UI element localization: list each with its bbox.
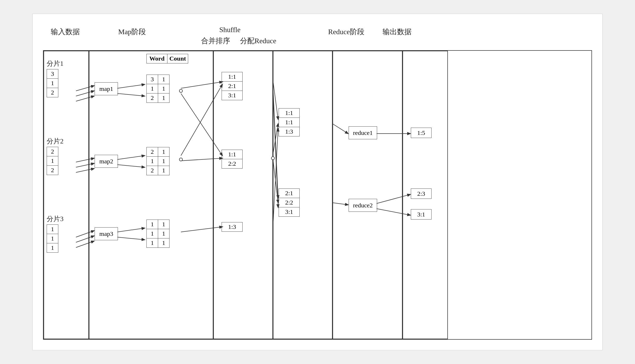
partition-1-label: 分片1	[47, 59, 64, 68]
m2r2c1: 1	[147, 157, 158, 166]
partition-1: 分片1 3 1 2	[47, 59, 64, 97]
reduce1-node: reduce1	[349, 126, 377, 139]
ri2r2: 2:2	[279, 198, 300, 207]
ri1r3: 1:3	[279, 127, 300, 136]
m3r2c2: 1	[158, 229, 170, 238]
header-row: 输入数据 Map阶段 Shuffle 合并排序 分配Reduce Reduce阶…	[43, 24, 592, 45]
p1-r3: 2	[47, 88, 58, 97]
s2r1: 1:1	[222, 150, 243, 159]
header-shuffle: Shuffle	[219, 26, 241, 34]
m2r2c2: 1	[158, 157, 170, 166]
ri2-table: 2:1 2:2 3:1	[279, 188, 300, 217]
wc-header-count: Count	[167, 54, 188, 63]
p3-r1: 1	[47, 225, 58, 234]
shuffle-out-1: 1:1 2:1 3:1	[222, 72, 243, 100]
p2-r1: 2	[47, 147, 58, 156]
ri1r2: 1:1	[279, 118, 300, 127]
ri1-table: 1:1 1:1 1:3	[279, 108, 300, 136]
shuffle-out-3: 1:3	[222, 222, 243, 232]
wc-header-word: Word	[147, 54, 167, 63]
col-shuffle-right: 1:1 1:1 1:3 2:1 2:2 3:1	[273, 51, 333, 339]
header-assign: 分配Reduce	[240, 36, 276, 46]
shuffle-2-table: 1:1 2:2	[222, 150, 243, 169]
p3-r3: 1	[47, 243, 58, 253]
reduce2-node: reduce2	[349, 199, 377, 212]
m3r1c2: 1	[158, 220, 170, 229]
m1r1c1: 3	[147, 75, 158, 84]
map3-node: map3	[95, 227, 118, 240]
m1r3c1: 2	[147, 93, 158, 103]
m2r1c1: 2	[147, 147, 158, 157]
output-3: 3:1	[411, 209, 432, 220]
wordcount-table-container: Word Count	[146, 54, 188, 63]
partition-2: 分片2 2 1 2	[47, 137, 64, 175]
p2-r3: 2	[47, 166, 58, 175]
map1-node: map1	[95, 82, 118, 95]
s1r3: 3:1	[222, 91, 243, 100]
col-reduce: reduce1 reduce2	[333, 51, 403, 339]
shuffle-out-2: 1:1 2:2	[222, 150, 243, 169]
map1-output: 31 11 21	[146, 75, 170, 103]
ri1r1: 1:1	[279, 108, 300, 118]
partition-3-label: 分片3	[47, 214, 64, 223]
diagram-box: 分片1 3 1 2 分片2 2 1 2	[43, 50, 592, 340]
col-output: 1:5 2:3 3:1	[403, 51, 448, 339]
p2-r2: 1	[47, 156, 58, 166]
m1r2c1: 1	[147, 84, 158, 93]
p3-r2: 1	[47, 234, 58, 243]
main-container: 输入数据 Map阶段 Shuffle 合并排序 分配Reduce Reduce阶…	[32, 14, 603, 350]
map3-output: 11 11 11	[146, 220, 170, 248]
output-1: 1:5	[411, 128, 432, 138]
ri2r1: 2:1	[279, 189, 300, 198]
map1-table: 31 11 21	[146, 75, 170, 103]
shuffle-3-table: 1:3	[222, 222, 243, 232]
m1r2c2: 1	[158, 84, 170, 93]
partition-1-table: 3 1 2	[47, 69, 58, 97]
s2r2: 2:2	[222, 159, 243, 169]
output-2: 2:3	[411, 188, 432, 199]
col-map: Word Count map1 31 11 21 map2	[89, 51, 213, 339]
m2r3c1: 2	[147, 166, 158, 175]
m3r1c1: 1	[147, 220, 158, 229]
partition-2-label: 分片2	[47, 137, 64, 146]
shuffle-1-table: 1:1 2:1 3:1	[222, 72, 243, 100]
partition-3: 分片3 1 1 1	[47, 214, 64, 253]
s1r2: 2:1	[222, 82, 243, 91]
header-reduce: Reduce阶段	[328, 27, 364, 37]
ri2r3: 3:1	[279, 207, 300, 217]
map2-output: 21 11 21	[146, 147, 170, 175]
p1-r1: 3	[47, 69, 58, 79]
m2r3c2: 1	[158, 166, 170, 175]
header-output: 输出数据	[383, 27, 412, 37]
diagram-area: 输入数据 Map阶段 Shuffle 合并排序 分配Reduce Reduce阶…	[43, 24, 592, 340]
header-map: Map阶段	[118, 27, 146, 37]
reduce-input-1: 1:1 1:1 1:3	[279, 108, 300, 136]
m1r3c2: 1	[158, 93, 170, 103]
header-merge: 合并排序	[201, 36, 230, 46]
p1-r2: 1	[47, 79, 58, 88]
m1r1c2: 1	[158, 75, 170, 84]
m2r1c2: 1	[158, 147, 170, 157]
col-shuffle-left: 1:1 2:1 3:1 1:1 2:2 1:3	[213, 51, 273, 339]
partition-2-table: 2 1 2	[47, 147, 58, 175]
map3-table: 11 11 11	[146, 220, 170, 248]
reduce-input-2: 2:1 2:2 3:1	[279, 188, 300, 217]
header-input: 输入数据	[51, 27, 80, 37]
wordcount-header-table: Word Count	[146, 54, 188, 63]
map2-node: map2	[95, 155, 118, 168]
map2-table: 21 11 21	[146, 147, 170, 175]
m3r3c1: 1	[147, 238, 158, 248]
s1r1: 1:1	[222, 72, 243, 82]
m3r3c2: 1	[158, 238, 170, 248]
col-input: 分片1 3 1 2 分片2 2 1 2	[44, 51, 89, 339]
partition-3-table: 1 1 1	[47, 224, 58, 253]
s3r1: 1:3	[222, 222, 243, 232]
m3r2c1: 1	[147, 229, 158, 238]
